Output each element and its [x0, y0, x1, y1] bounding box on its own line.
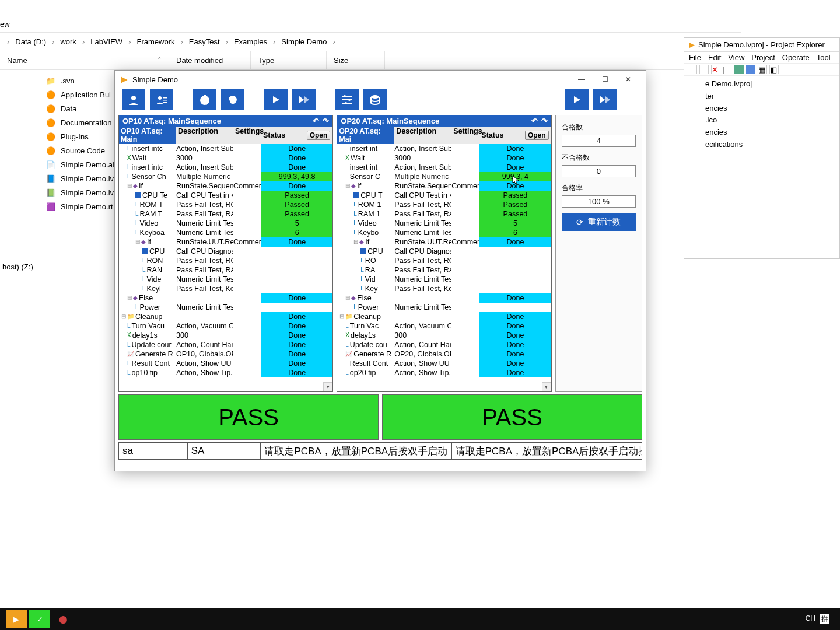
- col-settings[interactable]: Settings: [233, 127, 261, 144]
- step-row[interactable]: LROM 1 Pass Fail Test, RO Passed: [337, 200, 551, 209]
- database-button[interactable]: [363, 89, 387, 110]
- explorer-tab[interactable]: ew: [0, 18, 741, 32]
- open-button[interactable]: Open: [307, 131, 331, 140]
- breadcrumb-item[interactable]: Simple Demo: [280, 36, 328, 47]
- tree-toggle-icon[interactable]: ⊟: [135, 237, 140, 247]
- play-button-2[interactable]: [565, 89, 589, 110]
- tree-toggle-icon[interactable]: ⊟: [127, 293, 132, 303]
- step-row[interactable]: LKey Pass Fail Test, Key: [337, 284, 551, 293]
- tree-item[interactable]: .ico: [705, 114, 839, 127]
- taskbar-app-record[interactable]: ⬤: [52, 610, 74, 628]
- menu-project[interactable]: Project: [751, 53, 775, 62]
- step-row[interactable]: LPower Numeric Limit Tes: [337, 303, 551, 312]
- col-name[interactable]: Name: [7, 56, 27, 65]
- menu-file[interactable]: File: [689, 53, 701, 62]
- close-button[interactable]: ✕: [617, 72, 640, 86]
- project-menu[interactable]: FileEditViewProjectOperateTool: [684, 52, 839, 63]
- step-row[interactable]: Linsert intc Action, Insert Subp Done: [119, 163, 332, 172]
- step-row[interactable]: LVideo Numeric Limit Tes 5: [337, 219, 551, 228]
- step-row[interactable]: LTurn Vac Action, Vacuum O Done: [337, 321, 551, 331]
- step-row[interactable]: LKeybo Numeric Limit Tes 6: [337, 228, 551, 237]
- step-row[interactable]: Lop20 tip Action, Show Tip.l Done: [337, 368, 551, 377]
- tree-toggle-icon[interactable]: ⊟: [121, 312, 126, 321]
- step-row[interactable]: LVide Numeric Limit Tes: [119, 275, 332, 284]
- step-row[interactable]: ⊟📁Cleanup Done: [119, 312, 332, 321]
- step-row[interactable]: Lop10 tip Action, Show Tip.l Done: [119, 368, 332, 377]
- sequence-body[interactable]: Linsert intc Action, Insert Subp Done XW…: [119, 144, 332, 391]
- col-settings[interactable]: Settings: [452, 127, 480, 144]
- step-row[interactable]: 📈Generate R OP20, Globals.OP Done: [337, 349, 551, 359]
- breadcrumb-item[interactable]: Data (D:): [14, 36, 47, 47]
- step-row[interactable]: LVideo Numeric Limit Tes 5: [119, 219, 332, 228]
- minimize-button[interactable]: —: [570, 72, 593, 86]
- step-row[interactable]: CPU Te Call CPU Test in < Passed: [119, 191, 332, 200]
- step-row[interactable]: CPU Call CPU Diagnos: [337, 247, 551, 256]
- step-row[interactable]: LResult Cont Action, Show UUT Done: [119, 359, 332, 368]
- step-row[interactable]: ⊟◆Else Done: [337, 293, 551, 303]
- col-sequence-name[interactable]: OP20 AT.sq: Mai: [337, 127, 394, 144]
- tree-item[interactable]: encies: [705, 127, 839, 139]
- breadcrumb-item[interactable]: Framework: [135, 36, 176, 47]
- menu-edit[interactable]: Edit: [708, 53, 721, 62]
- step-row[interactable]: LUpdate cour Action, Count Han Done: [119, 340, 332, 349]
- step-row[interactable]: LUpdate cou Action, Count Han Done: [337, 340, 551, 349]
- col-description[interactable]: Description: [394, 127, 452, 144]
- project-toolbar[interactable]: ✕ | ▦◧: [684, 63, 839, 76]
- step-row[interactable]: CPU Call CPU Diagnos: [119, 247, 332, 256]
- refresh-button[interactable]: [221, 89, 244, 110]
- step-row[interactable]: LSensor C Multiple Numeric 999.3, 4: [337, 172, 551, 181]
- col-type[interactable]: Type: [251, 51, 327, 69]
- maximize-button[interactable]: ☐: [593, 72, 617, 86]
- scroll-down-icon[interactable]: ▾: [542, 382, 551, 391]
- step-row[interactable]: LPower Numeric Limit Tes: [119, 303, 332, 312]
- tree-toggle-icon[interactable]: ⊟: [354, 237, 358, 247]
- menu-view[interactable]: View: [728, 53, 744, 62]
- step-row[interactable]: LRO Pass Fail Test, RO: [337, 256, 551, 265]
- step-row[interactable]: ⊟◆If RunState.Sequenc Commer Done: [119, 181, 332, 191]
- step-row[interactable]: Linsert int Action, Insert Sub Done: [337, 144, 551, 153]
- step-row[interactable]: 📈Generate R OP10, Globals.OP Done: [119, 349, 332, 359]
- explorer-columns[interactable]: Name˄ Date modified Type Size: [0, 51, 741, 70]
- breadcrumb-item[interactable]: Examples: [233, 36, 268, 47]
- step-row[interactable]: Linsert int Action, Insert Sub Done: [337, 163, 551, 172]
- taskbar-app-labview[interactable]: ▶: [6, 610, 27, 628]
- col-date[interactable]: Date modified: [169, 51, 251, 69]
- user-list-button[interactable]: [150, 89, 173, 110]
- project-tree[interactable]: e Demo.lvprojterencies.icoenciesecificat…: [684, 76, 839, 153]
- tree-toggle-icon[interactable]: ⊟: [345, 181, 350, 191]
- step-row[interactable]: LRON Pass Fail Test, RO: [119, 256, 332, 265]
- play-all-button-2[interactable]: [593, 89, 617, 110]
- tree-item[interactable]: encies: [705, 103, 839, 115]
- step-row[interactable]: ⊟📁Cleanup Done: [337, 312, 551, 321]
- taskbar-app-check[interactable]: ✓: [29, 610, 50, 628]
- redo-icon[interactable]: ↷: [323, 117, 329, 125]
- col-status[interactable]: StatusOpen: [261, 127, 332, 144]
- bottom-input-2[interactable]: SA: [187, 442, 261, 460]
- step-row[interactable]: LRA Pass Fail Test, RA: [337, 265, 551, 275]
- step-row[interactable]: ⊟◆If RunState.Sequenc Commer Done: [337, 181, 551, 191]
- bottom-input-1[interactable]: sa: [118, 442, 187, 460]
- play-button-1[interactable]: [264, 89, 288, 110]
- step-row[interactable]: LROM T Pass Fail Test, RO Passed: [119, 200, 332, 209]
- step-row[interactable]: LRAM T Pass Fail Test, RA Passed: [119, 209, 332, 219]
- step-row[interactable]: XWait 3000 Done: [337, 153, 551, 163]
- sequence-body[interactable]: Linsert int Action, Insert Sub Done XWai…: [337, 144, 551, 391]
- step-row[interactable]: CPU T Call CPU Test in < Passed: [337, 191, 551, 200]
- timer-button[interactable]: [193, 89, 216, 110]
- menu-operate[interactable]: Operate: [782, 53, 810, 62]
- step-row[interactable]: XWait 3000 Done: [119, 153, 332, 163]
- step-row[interactable]: LKeyboa Numeric Limit Tes 6: [119, 228, 332, 237]
- scroll-down-icon[interactable]: ▾: [323, 382, 332, 391]
- breadcrumb[interactable]: ›Data (D:)›work›LabVIEW›Framework›EasyTe…: [0, 32, 741, 51]
- step-row[interactable]: Xdelay1s 300 Done: [119, 331, 332, 340]
- breadcrumb-item[interactable]: work: [59, 36, 77, 47]
- tree-item[interactable]: ter: [705, 90, 839, 103]
- undo-icon[interactable]: ↶: [531, 117, 538, 125]
- step-row[interactable]: LTurn Vacu Action, Vacuum Of Done: [119, 321, 332, 331]
- step-row[interactable]: Linsert intc Action, Insert Subp Done: [119, 144, 332, 153]
- step-row[interactable]: LKeyl Pass Fail Test, Key: [119, 284, 332, 293]
- step-row[interactable]: ⊟◆If RunState.UUT.Res Commer Done: [119, 237, 332, 247]
- breadcrumb-item[interactable]: LabVIEW: [89, 36, 124, 47]
- step-row[interactable]: LRAN Pass Fail Test, RA: [119, 265, 332, 275]
- step-row[interactable]: LSensor Ch Multiple Numeric 999.3, 49.8: [119, 172, 332, 181]
